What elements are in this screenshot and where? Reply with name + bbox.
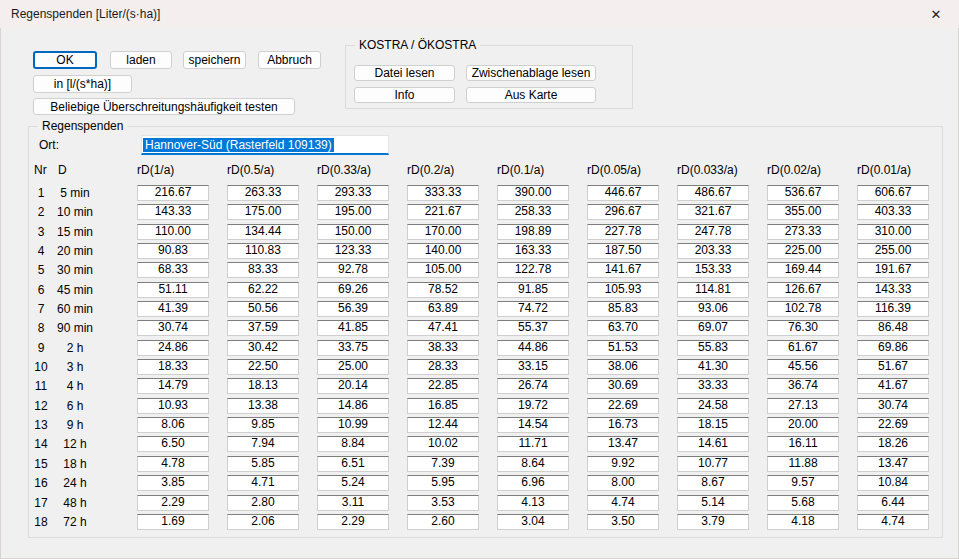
value-cell[interactable]: 355.00 — [767, 204, 839, 220]
value-cell[interactable]: 3.50 — [587, 514, 659, 530]
value-cell[interactable]: 4.71 — [227, 475, 299, 491]
value-cell[interactable]: 11.71 — [497, 436, 569, 452]
value-cell[interactable]: 221.67 — [407, 204, 479, 220]
value-cell[interactable]: 86.48 — [857, 320, 929, 336]
value-cell[interactable]: 2.29 — [137, 495, 209, 511]
value-cell[interactable]: 30.42 — [227, 340, 299, 356]
value-cell[interactable]: 2.29 — [317, 514, 389, 530]
value-cell[interactable]: 18.13 — [227, 378, 299, 394]
value-cell[interactable]: 38.33 — [407, 340, 479, 356]
value-cell[interactable]: 6.50 — [137, 436, 209, 452]
value-cell[interactable]: 92.78 — [317, 262, 389, 278]
zwischenablage-lesen-button[interactable]: Zwischenablage lesen — [466, 65, 596, 81]
value-cell[interactable]: 25.00 — [317, 359, 389, 375]
value-cell[interactable]: 105.93 — [587, 282, 659, 298]
value-cell[interactable]: 8.67 — [677, 475, 749, 491]
value-cell[interactable]: 19.72 — [497, 398, 569, 414]
value-cell[interactable]: 91.85 — [497, 282, 569, 298]
value-cell[interactable]: 333.33 — [407, 185, 479, 201]
value-cell[interactable]: 30.74 — [857, 398, 929, 414]
value-cell[interactable]: 6.96 — [497, 475, 569, 491]
value-cell[interactable]: 63.89 — [407, 301, 479, 317]
value-cell[interactable]: 134.44 — [227, 224, 299, 240]
value-cell[interactable]: 20.14 — [317, 378, 389, 394]
value-cell[interactable]: 8.00 — [587, 475, 659, 491]
value-cell[interactable]: 63.70 — [587, 320, 659, 336]
value-cell[interactable]: 14.54 — [497, 417, 569, 433]
value-cell[interactable]: 62.22 — [227, 282, 299, 298]
value-cell[interactable]: 90.83 — [137, 243, 209, 259]
value-cell[interactable]: 11.88 — [767, 456, 839, 472]
value-cell[interactable]: 273.33 — [767, 224, 839, 240]
ok-button[interactable]: OK — [33, 51, 97, 69]
value-cell[interactable]: 33.33 — [677, 378, 749, 394]
value-cell[interactable]: 30.74 — [137, 320, 209, 336]
value-cell[interactable]: 143.33 — [857, 282, 929, 298]
value-cell[interactable]: 446.67 — [587, 185, 659, 201]
value-cell[interactable]: 122.78 — [497, 262, 569, 278]
value-cell[interactable]: 263.33 — [227, 185, 299, 201]
value-cell[interactable]: 1.69 — [137, 514, 209, 530]
value-cell[interactable]: 26.74 — [497, 378, 569, 394]
value-cell[interactable]: 9.85 — [227, 417, 299, 433]
value-cell[interactable]: 55.37 — [497, 320, 569, 336]
value-cell[interactable]: 191.67 — [857, 262, 929, 278]
value-cell[interactable]: 14.79 — [137, 378, 209, 394]
value-cell[interactable]: 22.50 — [227, 359, 299, 375]
value-cell[interactable]: 2.06 — [227, 514, 299, 530]
value-cell[interactable]: 27.13 — [767, 398, 839, 414]
value-cell[interactable]: 5.95 — [407, 475, 479, 491]
value-cell[interactable]: 140.00 — [407, 243, 479, 259]
value-cell[interactable]: 321.67 — [677, 204, 749, 220]
value-cell[interactable]: 310.00 — [857, 224, 929, 240]
value-cell[interactable]: 36.74 — [767, 378, 839, 394]
value-cell[interactable]: 50.56 — [227, 301, 299, 317]
value-cell[interactable]: 78.52 — [407, 282, 479, 298]
value-cell[interactable]: 3.53 — [407, 495, 479, 511]
value-cell[interactable]: 2.60 — [407, 514, 479, 530]
value-cell[interactable]: 69.86 — [857, 340, 929, 356]
value-cell[interactable]: 51.11 — [137, 282, 209, 298]
value-cell[interactable]: 44.86 — [497, 340, 569, 356]
value-cell[interactable]: 10.93 — [137, 398, 209, 414]
value-cell[interactable]: 3.85 — [137, 475, 209, 491]
value-cell[interactable]: 12.44 — [407, 417, 479, 433]
value-cell[interactable]: 3.11 — [317, 495, 389, 511]
value-cell[interactable]: 195.00 — [317, 204, 389, 220]
value-cell[interactable]: 51.53 — [587, 340, 659, 356]
value-cell[interactable]: 141.67 — [587, 262, 659, 278]
value-cell[interactable]: 18.15 — [677, 417, 749, 433]
value-cell[interactable]: 110.00 — [137, 224, 209, 240]
value-cell[interactable]: 61.67 — [767, 340, 839, 356]
value-cell[interactable]: 4.13 — [497, 495, 569, 511]
value-cell[interactable]: 6.44 — [857, 495, 929, 511]
value-cell[interactable]: 5.85 — [227, 456, 299, 472]
value-cell[interactable]: 536.67 — [767, 185, 839, 201]
value-cell[interactable]: 2.80 — [227, 495, 299, 511]
value-cell[interactable]: 16.73 — [587, 417, 659, 433]
value-cell[interactable]: 123.33 — [317, 243, 389, 259]
value-cell[interactable]: 10.02 — [407, 436, 479, 452]
value-cell[interactable]: 114.81 — [677, 282, 749, 298]
value-cell[interactable]: 110.83 — [227, 243, 299, 259]
value-cell[interactable]: 37.59 — [227, 320, 299, 336]
value-cell[interactable]: 18.26 — [857, 436, 929, 452]
value-cell[interactable]: 83.33 — [227, 262, 299, 278]
value-cell[interactable]: 16.11 — [767, 436, 839, 452]
value-cell[interactable]: 225.00 — [767, 243, 839, 259]
value-cell[interactable]: 41.30 — [677, 359, 749, 375]
value-cell[interactable]: 170.00 — [407, 224, 479, 240]
value-cell[interactable]: 105.00 — [407, 262, 479, 278]
value-cell[interactable]: 56.39 — [317, 301, 389, 317]
value-cell[interactable]: 5.24 — [317, 475, 389, 491]
value-cell[interactable]: 227.78 — [587, 224, 659, 240]
value-cell[interactable]: 5.68 — [767, 495, 839, 511]
value-cell[interactable]: 41.85 — [317, 320, 389, 336]
value-cell[interactable]: 7.39 — [407, 456, 479, 472]
value-cell[interactable]: 24.86 — [137, 340, 209, 356]
value-cell[interactable]: 28.33 — [407, 359, 479, 375]
datei-lesen-button[interactable]: Datei lesen — [354, 65, 455, 81]
close-button[interactable]: ✕ — [913, 0, 959, 28]
value-cell[interactable]: 69.26 — [317, 282, 389, 298]
value-cell[interactable]: 33.15 — [497, 359, 569, 375]
